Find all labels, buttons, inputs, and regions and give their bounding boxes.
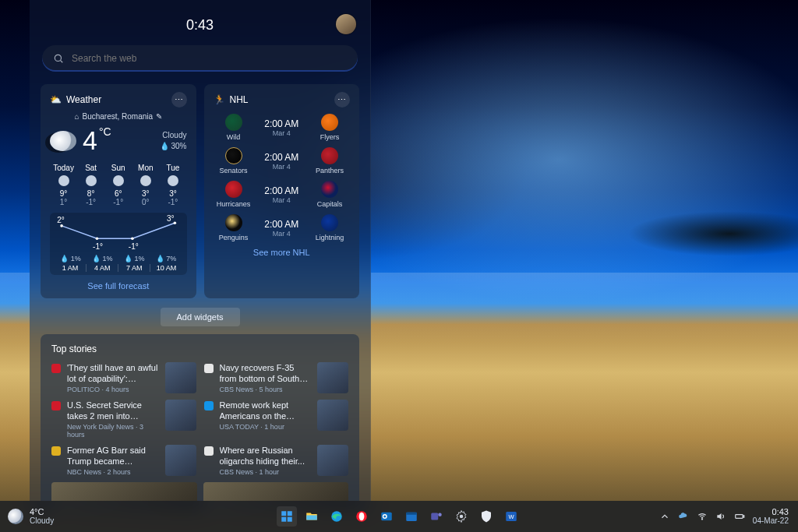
taskbar-explorer-icon[interactable] bbox=[302, 506, 322, 527]
team-logo-icon bbox=[225, 147, 242, 164]
taskbar-tray: 0:43 04-Mar-22 bbox=[659, 507, 798, 526]
story-thumbnail bbox=[165, 445, 196, 476]
story-thumbnail bbox=[317, 445, 348, 476]
story-title: Former AG Barr said Trump became enrage.… bbox=[67, 445, 159, 467]
team-logo-icon bbox=[321, 181, 338, 198]
weather-card[interactable]: ⛅ Weather ⋯ ⌂ Bucharest, Romania ✎ 4°C C… bbox=[41, 84, 196, 298]
story-meta: CBS News · 5 hours bbox=[220, 386, 312, 393]
svg-point-3 bbox=[96, 237, 99, 240]
wifi-icon[interactable] bbox=[697, 511, 708, 522]
taskbar-settings-icon[interactable] bbox=[451, 506, 471, 527]
taskbar-word-icon[interactable]: W bbox=[501, 506, 521, 527]
taskbar-clock[interactable]: 0:43 04-Mar-22 bbox=[753, 507, 789, 526]
story-title: Navy recovers F-35 from bottom of South … bbox=[220, 362, 312, 384]
forecast-day[interactable]: Sun 6°-1° bbox=[104, 164, 132, 206]
svg-rect-8 bbox=[281, 517, 286, 522]
forecast-day[interactable]: Tue 3°-1° bbox=[159, 164, 186, 206]
svg-rect-26 bbox=[743, 516, 744, 517]
forecast-day[interactable]: Sat 8°-1° bbox=[77, 164, 104, 206]
nhl-more-button[interactable]: ⋯ bbox=[334, 92, 350, 107]
svg-rect-7 bbox=[288, 511, 292, 516]
story-thumbnail bbox=[165, 400, 196, 431]
nhl-card[interactable]: 🏃 NHL ⋯ Wild 2:00 AMMar 4 Flyers Senator… bbox=[204, 84, 360, 298]
story-item[interactable]: Former AG Barr said Trump became enrage.… bbox=[51, 445, 196, 476]
story-title: Remote work kept Americans on the mov... bbox=[220, 400, 312, 421]
weather-glyph-icon: ⛅ bbox=[50, 94, 62, 105]
story-item[interactable]: U.S. Secret Service takes 2 men into cus… bbox=[51, 400, 196, 439]
taskbar-outlook-icon[interactable] bbox=[376, 506, 397, 527]
story-title: 'They still have an awful lot of capabil… bbox=[67, 362, 159, 384]
forecast-day[interactable]: Mon 3°0° bbox=[132, 164, 159, 206]
taskbar-opera-icon[interactable] bbox=[351, 506, 372, 527]
nhl-game[interactable]: Senators 2:00 AMMar 4 Panthers bbox=[214, 147, 351, 174]
story-meta: USA TODAY · 1 hour bbox=[220, 423, 312, 431]
svg-rect-18 bbox=[406, 513, 417, 515]
weather-forecast-days: Today 9°1° Sat 8°-1° Sun 6°-1° Mon 3°0° … bbox=[50, 164, 187, 206]
taskbar-apps: W bbox=[277, 506, 521, 527]
forecast-icon bbox=[86, 175, 97, 186]
add-widgets-button[interactable]: Add widgets bbox=[161, 308, 240, 326]
weather-more-button[interactable]: ⋯ bbox=[171, 92, 187, 107]
weather-hourly: 2° -1° -1° 3° 💧 1%💧 1%💧 1%💧 7% 1 AM4 AM7… bbox=[50, 213, 187, 275]
onedrive-icon[interactable] bbox=[678, 511, 689, 522]
weather-title: Weather bbox=[66, 94, 101, 105]
nhl-game-list: Wild 2:00 AMMar 4 Flyers Senators 2:00 A… bbox=[214, 114, 351, 241]
svg-rect-10 bbox=[306, 516, 317, 520]
svg-point-21 bbox=[460, 515, 464, 519]
taskbar: 4°C Cloudy W 0:43 04-Mar-22 bbox=[0, 501, 798, 532]
forecast-icon bbox=[168, 175, 178, 186]
svg-line-1 bbox=[61, 61, 63, 63]
story-source-icon bbox=[51, 401, 61, 410]
story-item[interactable]: Where are Russian oligarchs hiding their… bbox=[204, 445, 349, 476]
nhl-game[interactable]: Hurricanes 2:00 AMMar 4 Capitals bbox=[214, 181, 351, 208]
svg-point-16 bbox=[383, 516, 386, 518]
chevron-up-icon[interactable] bbox=[659, 511, 670, 522]
svg-point-4 bbox=[131, 237, 134, 240]
taskbar-weather[interactable]: 4°C Cloudy bbox=[0, 507, 54, 526]
taskbar-edge-icon[interactable] bbox=[327, 506, 347, 527]
search-input[interactable] bbox=[72, 53, 347, 64]
weather-hourly-times: 1 AM4 AM7 AM10 AM bbox=[55, 264, 182, 272]
story-item[interactable]: Remote work kept Americans on the mov...… bbox=[204, 400, 349, 439]
volume-icon[interactable] bbox=[715, 511, 726, 522]
story-item[interactable]: Navy recovers F-35 from bottom of South … bbox=[204, 362, 349, 393]
weather-hourly-rain: 💧 1%💧 1%💧 1%💧 7% bbox=[55, 255, 182, 262]
svg-rect-9 bbox=[288, 517, 292, 522]
weather-full-forecast-link[interactable]: See full forecast bbox=[50, 281, 187, 291]
top-stories-grid: 'They still have an awful lot of capabil… bbox=[51, 362, 348, 476]
edit-icon[interactable]: ✎ bbox=[156, 112, 162, 121]
story-thumbnail bbox=[317, 362, 348, 393]
team-logo-icon bbox=[321, 114, 338, 131]
top-stories-card: Top stories 'They still have an awful lo… bbox=[41, 334, 359, 510]
team-logo-icon bbox=[225, 181, 242, 198]
story-meta: POLITICO · 4 hours bbox=[67, 386, 159, 393]
weather-condition: Cloudy 💧 30% bbox=[160, 130, 187, 152]
home-icon: ⌂ bbox=[74, 112, 79, 121]
taskbar-start-icon[interactable] bbox=[277, 506, 297, 527]
tray-icons bbox=[659, 511, 745, 522]
taskbar-calendar-icon[interactable] bbox=[401, 506, 422, 527]
nhl-game[interactable]: Penguins 2:00 AMMar 4 Lightning bbox=[214, 214, 351, 241]
forecast-icon bbox=[140, 175, 151, 186]
widgets-panel: 0:43 ⛅ Weather ⋯ ⌂ Bucharest, Romania ✎ … bbox=[30, 0, 371, 510]
svg-point-0 bbox=[55, 55, 61, 61]
battery-icon[interactable] bbox=[734, 511, 745, 522]
search-bar[interactable] bbox=[42, 45, 358, 72]
taskbar-security-icon[interactable] bbox=[476, 506, 496, 527]
nhl-game[interactable]: Wild 2:00 AMMar 4 Flyers bbox=[214, 114, 351, 141]
story-source-icon bbox=[204, 446, 214, 456]
taskbar-weather-icon bbox=[8, 509, 23, 524]
forecast-icon bbox=[113, 175, 124, 186]
weather-location[interactable]: ⌂ Bucharest, Romania ✎ bbox=[50, 112, 187, 121]
forecast-day[interactable]: Today 9°1° bbox=[50, 164, 77, 206]
story-item[interactable]: 'They still have an awful lot of capabil… bbox=[51, 362, 196, 393]
nhl-more-link[interactable]: See more NHL bbox=[214, 248, 351, 257]
taskbar-teams-icon[interactable] bbox=[426, 506, 447, 527]
story-title: Where are Russian oligarchs hiding their… bbox=[220, 445, 312, 467]
svg-text:W: W bbox=[508, 513, 514, 520]
weather-now-icon bbox=[50, 131, 76, 151]
user-avatar[interactable] bbox=[336, 14, 356, 34]
story-thumbnail bbox=[317, 400, 348, 431]
story-source-icon bbox=[51, 364, 61, 373]
weather-temperature: 4°C bbox=[83, 125, 111, 156]
